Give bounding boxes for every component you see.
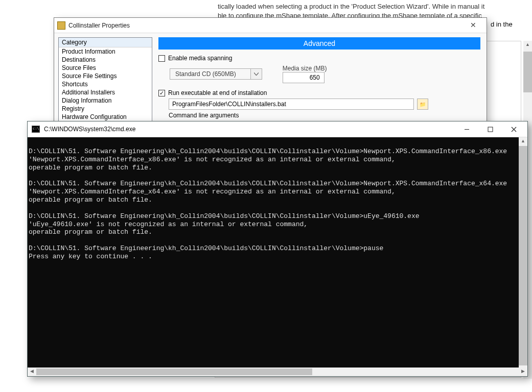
dialog-titlebar[interactable]: Collinstaller Properties ✕ [54, 18, 487, 33]
category-item[interactable]: Shortcuts [59, 80, 152, 88]
cmd-titlebar[interactable]: C:\WINDOWS\system32\cmd.exe [28, 121, 527, 137]
maximize-button[interactable] [478, 122, 502, 137]
chevron-down-icon[interactable] [251, 68, 262, 80]
minimize-button[interactable] [455, 122, 478, 137]
cmd-scrollbar-horizontal[interactable]: ◀ ▶ [28, 368, 527, 376]
category-item[interactable]: Product Information [59, 47, 152, 56]
dialog-title: Collinstaller Properties [68, 22, 463, 29]
background-doc-tail: d in the [491, 20, 513, 28]
category-item[interactable]: Source Files [59, 64, 152, 72]
enable-media-spanning-label: Enable media spanning [168, 55, 232, 62]
folder-icon: 📁 [420, 102, 426, 107]
app-icon [57, 21, 65, 30]
cmd-window: C:\WINDOWS\system32\cmd.exe D:\COLLIN\51… [27, 121, 528, 377]
category-item[interactable]: Additional Installers [59, 88, 152, 96]
terminal-output[interactable]: D:\COLLIN\51. Software Engineering\kh_Co… [28, 137, 527, 368]
advanced-header-button[interactable]: Advanced [158, 37, 480, 50]
category-item[interactable]: Registry [59, 105, 152, 113]
media-size-input[interactable]: 650 [283, 72, 325, 83]
svg-rect-1 [488, 127, 493, 132]
browse-button[interactable]: 📁 [417, 99, 428, 110]
scroll-thumb[interactable] [36, 369, 312, 375]
scroll-left-arrow-icon[interactable]: ◀ [28, 368, 36, 376]
command-line-args-label: Command line arguments [169, 112, 480, 119]
close-button[interactable] [502, 122, 525, 137]
scroll-up-arrow-icon[interactable]: ▲ [519, 137, 527, 146]
category-item[interactable]: Destinations [59, 56, 152, 64]
close-icon[interactable]: ✕ [463, 20, 483, 31]
cmd-title: C:\WINDOWS\system32\cmd.exe [44, 126, 135, 133]
cmd-scrollbar-vertical[interactable]: ▲ [519, 137, 527, 368]
category-item[interactable]: Dialog Information [59, 96, 152, 105]
enable-media-spanning-checkbox[interactable] [158, 55, 165, 62]
scroll-up-arrow-icon[interactable]: ▲ [523, 41, 532, 50]
category-list[interactable]: Category Product Information Destination… [58, 37, 152, 134]
scroll-thumb[interactable] [519, 146, 527, 365]
run-executable-checkbox[interactable] [158, 90, 165, 96]
media-type-value: Standard CD (650MB) [170, 68, 251, 80]
scroll-right-arrow-icon[interactable]: ▶ [519, 368, 527, 376]
category-header: Category [59, 38, 152, 47]
executable-path-input[interactable]: ProgramFilesFolder\COLLIN\installers.bat [169, 99, 414, 110]
scroll-thumb[interactable] [523, 52, 532, 92]
media-type-combobox[interactable]: Standard CD (650MB) [170, 68, 262, 80]
category-item[interactable]: Hardware Configuration [59, 113, 152, 121]
media-size-label: Media size (MB) [283, 65, 327, 72]
run-executable-label: Run executable at end of installation [168, 89, 267, 96]
cmd-icon [32, 126, 40, 133]
category-item[interactable]: Source File Settings [59, 72, 152, 80]
